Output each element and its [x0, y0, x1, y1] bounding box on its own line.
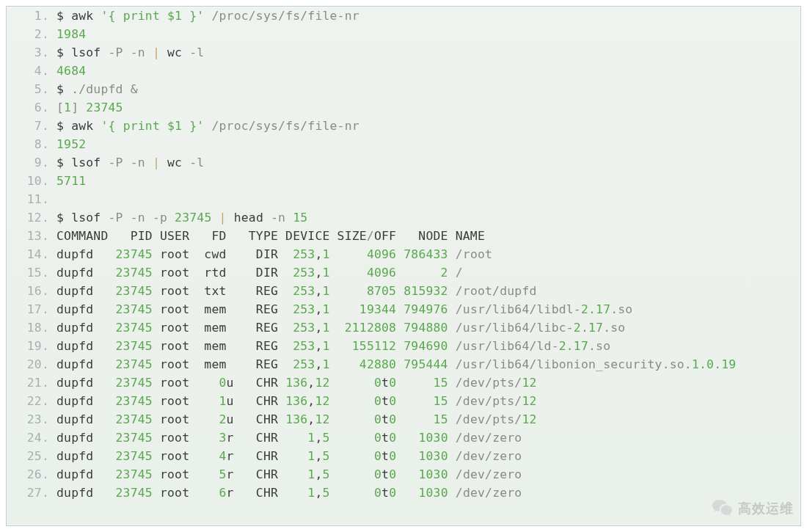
line-number: 8. [7, 135, 56, 153]
watermark-text: 高效运维 [738, 500, 794, 517]
line-content: dupfd 23745 root rtd DIR 253,1 4096 2 / [56, 263, 463, 282]
line-content: $ awk '{ print $1 }' /proc/sys/fs/file-n… [56, 7, 359, 25]
code-line: 21.dupfd 23745 root 0u CHR 136,12 0t0 15… [7, 374, 800, 392]
code-block: 1.$ awk '{ print $1 }' /proc/sys/fs/file… [7, 7, 800, 502]
code-line: 27.dupfd 23745 root 6r CHR 1,5 0t0 1030 … [7, 484, 800, 502]
code-line: 13.COMMAND PID USER FD TYPE DEVICE SIZE/… [7, 227, 800, 245]
line-number: 23. [7, 410, 56, 429]
code-line: 7.$ awk '{ print $1 }' /proc/sys/fs/file… [7, 117, 800, 135]
line-content: dupfd 23745 root 3r CHR 1,5 0t0 1030 /de… [56, 429, 522, 447]
line-number: 14. [7, 245, 56, 263]
line-content: $ ./dupfd & [56, 80, 138, 98]
line-content: dupfd 23745 root 0u CHR 136,12 0t0 15 /d… [56, 374, 537, 392]
line-content: 4684 [56, 62, 86, 80]
line-number: 20. [7, 355, 56, 374]
line-content: $ lsof -P -n | wc -l [56, 43, 204, 62]
watermark: 高效运维 [712, 498, 794, 519]
line-content: 5711 [56, 172, 86, 190]
line-number: 12. [7, 208, 56, 227]
line-content: $ awk '{ print $1 }' /proc/sys/fs/file-n… [56, 117, 359, 135]
code-line: 19.dupfd 23745 root mem REG 253,1 155112… [7, 337, 800, 355]
code-line: 9.$ lsof -P -n | wc -l [7, 153, 800, 172]
code-line: 16.dupfd 23745 root txt REG 253,1 8705 8… [7, 282, 800, 300]
code-line: 14.dupfd 23745 root cwd DIR 253,1 4096 7… [7, 245, 800, 263]
code-line: 5.$ ./dupfd & [7, 80, 800, 98]
line-number: 7. [7, 117, 56, 135]
line-number: 1. [7, 7, 56, 25]
code-line: 11. [7, 190, 800, 208]
line-content: $ lsof -P -n | wc -l [56, 153, 204, 172]
line-number: 9. [7, 153, 56, 172]
line-content: dupfd 23745 root 2u CHR 136,12 0t0 15 /d… [56, 410, 537, 429]
code-line: 22.dupfd 23745 root 1u CHR 136,12 0t0 15… [7, 392, 800, 410]
line-number: 24. [7, 429, 56, 447]
code-line: 3.$ lsof -P -n | wc -l [7, 43, 800, 62]
line-content: dupfd 23745 root mem REG 253,1 155112 79… [56, 337, 610, 355]
line-content: dupfd 23745 root txt REG 253,1 8705 8159… [56, 282, 537, 300]
terminal-frame: 1.$ awk '{ print $1 }' /proc/sys/fs/file… [6, 6, 801, 526]
line-content: COMMAND PID USER FD TYPE DEVICE SIZE/OFF… [56, 227, 485, 245]
line-number: 2. [7, 25, 56, 43]
line-number: 5. [7, 80, 56, 98]
code-line: 6.[1] 23745 [7, 98, 800, 117]
code-line: 23.dupfd 23745 root 2u CHR 136,12 0t0 15… [7, 410, 800, 429]
wechat-icon [712, 498, 734, 519]
line-number: 18. [7, 318, 56, 337]
code-line: 18.dupfd 23745 root mem REG 253,1 211280… [7, 318, 800, 337]
code-line: 1.$ awk '{ print $1 }' /proc/sys/fs/file… [7, 7, 800, 25]
line-content: dupfd 23745 root 4r CHR 1,5 0t0 1030 /de… [56, 447, 522, 465]
line-content: dupfd 23745 root cwd DIR 253,1 4096 7864… [56, 245, 492, 263]
line-number: 17. [7, 300, 56, 318]
line-content: 1984 [56, 25, 86, 43]
code-line: 25.dupfd 23745 root 4r CHR 1,5 0t0 1030 … [7, 447, 800, 465]
line-content: 1952 [56, 135, 86, 153]
code-line: 26.dupfd 23745 root 5r CHR 1,5 0t0 1030 … [7, 465, 800, 484]
code-line: 24.dupfd 23745 root 3r CHR 1,5 0t0 1030 … [7, 429, 800, 447]
line-content: $ lsof -P -n -p 23745 | head -n 15 [56, 208, 307, 227]
code-line: 15.dupfd 23745 root rtd DIR 253,1 4096 2… [7, 263, 800, 282]
line-content: dupfd 23745 root mem REG 253,1 42880 795… [56, 355, 736, 374]
code-line: 10.5711 [7, 172, 800, 190]
line-number: 25. [7, 447, 56, 465]
line-number: 27. [7, 484, 56, 502]
line-number: 13. [7, 227, 56, 245]
line-content: dupfd 23745 root mem REG 253,1 19344 794… [56, 300, 632, 318]
line-content: dupfd 23745 root 6r CHR 1,5 0t0 1030 /de… [56, 484, 522, 502]
line-number: 4. [7, 62, 56, 80]
code-line: 17.dupfd 23745 root mem REG 253,1 19344 … [7, 300, 800, 318]
code-line: 12.$ lsof -P -n -p 23745 | head -n 15 [7, 208, 800, 227]
line-number: 26. [7, 465, 56, 484]
line-number: 11. [7, 190, 56, 208]
code-line: 20.dupfd 23745 root mem REG 253,1 42880 … [7, 355, 800, 374]
line-content: [1] 23745 [56, 98, 123, 117]
code-line: 2.1984 [7, 25, 800, 43]
line-number: 3. [7, 43, 56, 62]
code-line: 4.4684 [7, 62, 800, 80]
line-content: dupfd 23745 root 5r CHR 1,5 0t0 1030 /de… [56, 465, 522, 484]
line-number: 6. [7, 98, 56, 117]
line-number: 15. [7, 263, 56, 282]
line-number: 16. [7, 282, 56, 300]
line-number: 19. [7, 337, 56, 355]
line-content: dupfd 23745 root mem REG 253,1 2112808 7… [56, 318, 625, 337]
line-number: 10. [7, 172, 56, 190]
code-line: 8.1952 [7, 135, 800, 153]
line-number: 22. [7, 392, 56, 410]
line-content: dupfd 23745 root 1u CHR 136,12 0t0 15 /d… [56, 392, 537, 410]
line-number: 21. [7, 374, 56, 392]
